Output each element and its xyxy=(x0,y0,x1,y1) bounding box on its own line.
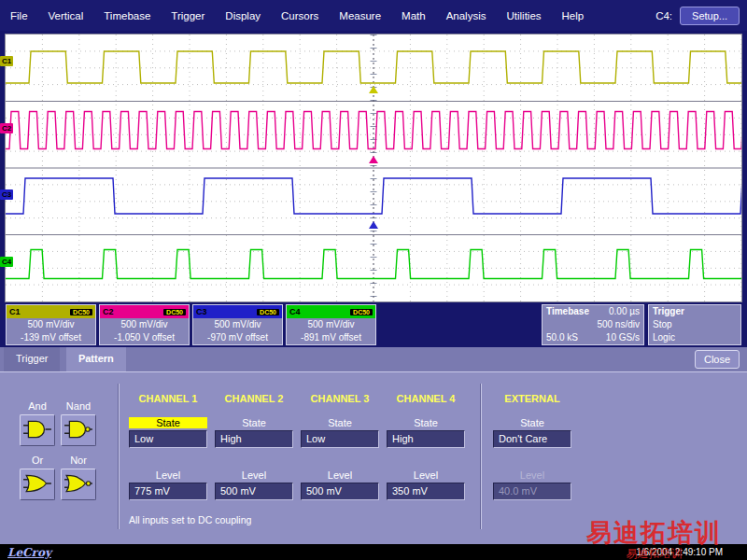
channel3-state-field[interactable]: Low xyxy=(301,430,379,448)
channel2-state-field[interactable]: High xyxy=(215,430,293,448)
menu-math[interactable]: Math xyxy=(391,10,436,21)
coupling-badge: DC50 xyxy=(257,309,279,315)
tab-trigger[interactable]: Trigger xyxy=(4,347,60,371)
channel-offset: -139 mV offset xyxy=(7,331,95,344)
channel-id: C4 xyxy=(289,307,301,316)
active-channel-label: C4: xyxy=(648,10,680,21)
column-title: EXTERNAL xyxy=(493,393,571,404)
menu-file[interactable]: File xyxy=(0,10,38,21)
time-per-div: 500 ns/div xyxy=(597,318,640,331)
channel2-level-field[interactable]: 500 mV xyxy=(215,483,293,500)
nor-gate-button[interactable] xyxy=(61,469,96,500)
channel-id: C3 xyxy=(196,307,207,316)
waveform-traces xyxy=(6,35,741,301)
level-label: Level xyxy=(301,469,379,481)
channel-descriptor-c4[interactable]: C4 DC50 500 mV/div -891 mV offset xyxy=(286,304,376,345)
menu-timebase[interactable]: Timebase xyxy=(93,10,161,21)
or-gate-icon xyxy=(22,472,52,495)
menu-utilities[interactable]: Utilities xyxy=(496,10,551,21)
channel-descriptor-c3[interactable]: C3 DC50 500 mV/div -970 mV offset xyxy=(192,304,283,345)
level-label: Level xyxy=(215,469,293,481)
menu-trigger[interactable]: Trigger xyxy=(161,10,215,21)
level-label: Level xyxy=(387,469,465,481)
state-label: State xyxy=(301,417,379,428)
tab-pattern[interactable]: Pattern xyxy=(66,347,126,371)
channel-header: C1 DC50 xyxy=(7,305,95,318)
channel-id: C1 xyxy=(9,307,21,316)
menu-analysis[interactable]: Analysis xyxy=(436,10,497,21)
volts-per-div: 500 mV/div xyxy=(287,318,375,331)
state-label: State xyxy=(493,417,571,428)
nand-gate-button[interactable] xyxy=(61,414,96,446)
timebase-delay: 0.00 µs xyxy=(609,305,640,318)
menu-measure[interactable]: Measure xyxy=(329,10,391,21)
channel-label-c4[interactable]: C4 xyxy=(0,257,13,267)
channel1-level-field[interactable]: 775 mV xyxy=(129,483,207,500)
channel-label-c2[interactable]: C2 xyxy=(0,123,13,133)
menu-bar: File Vertical Timebase Trigger Display C… xyxy=(0,0,747,31)
level-label: Level xyxy=(493,469,571,481)
close-button[interactable]: Close xyxy=(695,350,740,369)
state-label: State xyxy=(129,417,207,428)
volts-per-div: 500 mV/div xyxy=(7,318,95,331)
channel-offset: -891 mV offset xyxy=(287,331,375,344)
external-level-field: 40.0 mV xyxy=(493,483,571,500)
channel-descriptor-c2[interactable]: C2 DC50 500 mV/div -1.050 V offset xyxy=(99,304,190,345)
coupling-badge: DC50 xyxy=(70,309,92,315)
channel-descriptor-c1[interactable]: C1 DC50 500 mV/div -139 mV offset xyxy=(6,304,96,345)
coupling-note: All inputs set to DC coupling xyxy=(129,514,251,525)
trigger-dialog: Trigger Pattern Close And Nand xyxy=(0,347,747,544)
pattern-column-channel4: CHANNEL 4 State High Level 350 mV xyxy=(387,372,465,544)
or-gate-button[interactable] xyxy=(20,469,55,500)
and-gate-button[interactable] xyxy=(20,414,55,446)
channel-settings: 500 mV/div -891 mV offset xyxy=(287,318,375,344)
menu-cursors[interactable]: Cursors xyxy=(271,10,329,21)
and-gate-icon xyxy=(22,418,52,441)
or-label: Or xyxy=(17,455,58,466)
coupling-badge: DC50 xyxy=(163,309,186,315)
channel4-state-field[interactable]: High xyxy=(387,430,465,448)
nand-label: Nand xyxy=(58,400,99,412)
channel-label-c3[interactable]: C3 xyxy=(0,189,13,200)
trigger-mode: Stop xyxy=(653,318,672,331)
gates-divider xyxy=(118,384,120,529)
descriptor-row: C1 DC50 500 mV/div -139 mV offset C2 DC5… xyxy=(0,302,747,347)
trigger-title: Trigger xyxy=(653,305,684,318)
pattern-panel: And Nand Or xyxy=(0,371,747,544)
menu-help[interactable]: Help xyxy=(552,10,595,21)
column-title: CHANNEL 2 xyxy=(215,393,293,404)
gate-cell-and: And xyxy=(17,400,58,446)
nor-gate-icon xyxy=(63,472,93,495)
channel-offset: -970 mV offset xyxy=(193,331,282,344)
gate-cell-or: Or xyxy=(17,455,58,500)
external-state-field[interactable]: Don't Care xyxy=(493,430,571,448)
column-title: CHANNEL 1 xyxy=(129,393,207,404)
waveform-grid xyxy=(5,34,742,302)
gate-cell-nor: Nor xyxy=(58,455,99,500)
menu-vertical[interactable]: Vertical xyxy=(38,10,94,21)
oscilloscope-screen: File Vertical Timebase Trigger Display C… xyxy=(0,0,747,560)
pattern-column-external: EXTERNAL State Don't Care Level 40.0 mV xyxy=(493,372,571,544)
and-label: And xyxy=(17,400,58,412)
gate-cell-nand: Nand xyxy=(58,400,99,446)
setup-button[interactable]: Setup... xyxy=(680,7,740,25)
column-title: CHANNEL 4 xyxy=(387,393,465,404)
state-label: State xyxy=(215,417,293,428)
channel-offset: -1.050 V offset xyxy=(100,331,189,344)
timebase-descriptor[interactable]: Timebase 0.00 µs 500 ns/div 50.0 kS 10 G… xyxy=(542,304,644,345)
level-label: Level xyxy=(129,469,207,481)
channel-settings: 500 mV/div -970 mV offset xyxy=(193,318,282,344)
trigger-descriptor[interactable]: Trigger Stop Logic xyxy=(648,304,741,345)
status-bar: LeCroy 1/6/2004 2:49:10 PM xyxy=(0,544,747,560)
channel1-state-field[interactable]: Low xyxy=(129,430,207,448)
channel3-level-field[interactable]: 500 mV xyxy=(301,483,379,500)
nor-label: Nor xyxy=(58,455,99,466)
nand-gate-icon xyxy=(63,418,93,441)
channel4-level-field[interactable]: 350 mV xyxy=(387,483,465,500)
channel-label-c1[interactable]: C1 xyxy=(0,56,13,66)
sample-rate: 10 GS/s xyxy=(606,331,640,344)
external-divider xyxy=(480,384,482,529)
volts-per-div: 500 mV/div xyxy=(193,318,282,331)
timebase-title: Timebase xyxy=(546,305,589,318)
menu-display[interactable]: Display xyxy=(215,10,271,21)
